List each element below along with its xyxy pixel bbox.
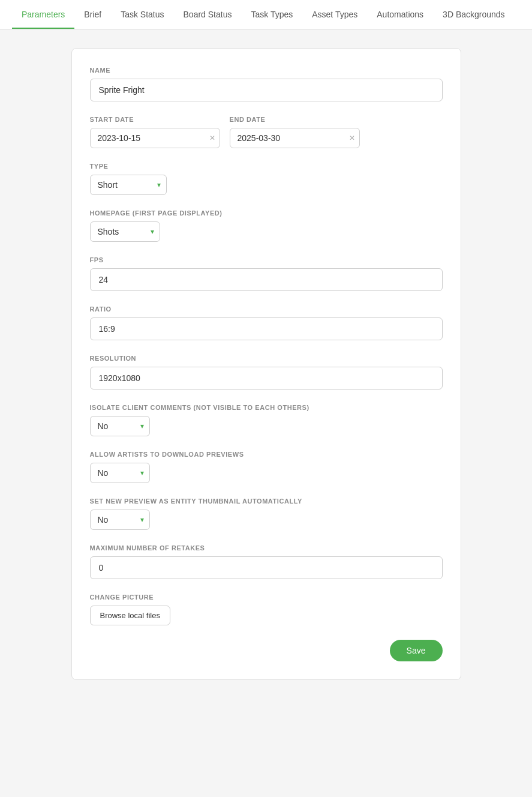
- name-label: NAME: [90, 67, 443, 74]
- change-picture-field-group: CHANGE PICTURE Browse local files: [90, 594, 443, 625]
- end-date-label: END DATE: [230, 116, 360, 123]
- save-row: Save: [90, 640, 443, 661]
- homepage-field-group: HOMEPAGE (FIRST PAGE DISPLAYED) Shots As…: [90, 209, 443, 242]
- change-picture-label: CHANGE PICTURE: [90, 594, 443, 601]
- max-retakes-field-group: MAXIMUM NUMBER OF RETAKES: [90, 544, 443, 579]
- fps-field-group: FPS: [90, 256, 443, 291]
- isolate-field-group: ISOLATE CLIENT COMMENTS (NOT VISIBLE TO …: [90, 404, 443, 436]
- top-navigation: Parameters Brief Task Status Board Statu…: [0, 0, 532, 30]
- form-card: NAME START DATE ✕ END DATE ✕ TYPE: [71, 48, 461, 680]
- homepage-label: HOMEPAGE (FIRST PAGE DISPLAYED): [90, 209, 443, 217]
- max-retakes-label: MAXIMUM NUMBER OF RETAKES: [90, 544, 443, 552]
- ratio-field-group: RATIO: [90, 305, 443, 340]
- max-retakes-input[interactable]: [90, 556, 443, 579]
- nav-parameters[interactable]: Parameters: [12, 1, 74, 29]
- type-select[interactable]: Short Feature TV Show Commercials Catalo…: [90, 175, 167, 195]
- homepage-select[interactable]: Shots Assets Sequences Edits: [90, 221, 160, 242]
- main-content: NAME START DATE ✕ END DATE ✕ TYPE: [0, 30, 532, 698]
- set-preview-label: SET NEW PREVIEW AS ENTITY THUMBNAIL AUTO…: [90, 498, 443, 505]
- save-button[interactable]: Save: [390, 640, 443, 661]
- resolution-label: RESOLUTION: [90, 355, 443, 362]
- allow-download-field-group: ALLOW ARTISTS TO DOWNLOAD PREVIEWS No Ye…: [90, 451, 443, 483]
- date-row: START DATE ✕ END DATE ✕: [90, 116, 443, 148]
- end-date-group: END DATE ✕: [230, 116, 360, 148]
- set-preview-select[interactable]: No Yes: [90, 510, 150, 530]
- allow-download-label: ALLOW ARTISTS TO DOWNLOAD PREVIEWS: [90, 451, 443, 458]
- type-field-group: TYPE Short Feature TV Show Commercials C…: [90, 163, 443, 195]
- end-date-clear-icon[interactable]: ✕: [349, 134, 355, 142]
- nav-task-types[interactable]: Task Types: [241, 1, 302, 29]
- start-date-clear-icon[interactable]: ✕: [209, 134, 215, 142]
- start-date-input[interactable]: [90, 128, 220, 148]
- set-preview-select-wrapper: No Yes ▾: [90, 510, 150, 530]
- fps-input[interactable]: [90, 268, 443, 291]
- end-date-wrapper: ✕: [230, 128, 360, 148]
- nav-3d-backgrounds[interactable]: 3D Backgrounds: [433, 1, 515, 29]
- name-field-group: NAME: [90, 67, 443, 101]
- end-date-input[interactable]: [230, 128, 360, 148]
- nav-board-status[interactable]: Board Status: [174, 1, 242, 29]
- fps-label: FPS: [90, 256, 443, 263]
- allow-download-select-wrapper: No Yes ▾: [90, 463, 150, 483]
- resolution-field-group: RESOLUTION: [90, 355, 443, 389]
- isolate-label: ISOLATE CLIENT COMMENTS (NOT VISIBLE TO …: [90, 404, 443, 411]
- resolution-input[interactable]: [90, 367, 443, 389]
- start-date-label: START DATE: [90, 116, 220, 123]
- nav-task-status[interactable]: Task Status: [111, 1, 173, 29]
- ratio-input[interactable]: [90, 317, 443, 340]
- type-select-wrapper: Short Feature TV Show Commercials Catalo…: [90, 175, 167, 195]
- type-label: TYPE: [90, 163, 443, 170]
- allow-download-select[interactable]: No Yes: [90, 463, 150, 483]
- name-input[interactable]: [90, 79, 443, 101]
- ratio-label: RATIO: [90, 305, 443, 313]
- start-date-group: START DATE ✕: [90, 116, 220, 148]
- homepage-select-wrapper: Shots Assets Sequences Edits ▾: [90, 221, 160, 242]
- browse-local-files-button[interactable]: Browse local files: [90, 606, 170, 625]
- nav-automations[interactable]: Automations: [367, 1, 433, 29]
- nav-asset-types[interactable]: Asset Types: [302, 1, 367, 29]
- set-preview-field-group: SET NEW PREVIEW AS ENTITY THUMBNAIL AUTO…: [90, 498, 443, 530]
- isolate-select-wrapper: No Yes ▾: [90, 416, 150, 436]
- isolate-select[interactable]: No Yes: [90, 416, 150, 436]
- nav-brief[interactable]: Brief: [74, 1, 111, 29]
- start-date-wrapper: ✕: [90, 128, 220, 148]
